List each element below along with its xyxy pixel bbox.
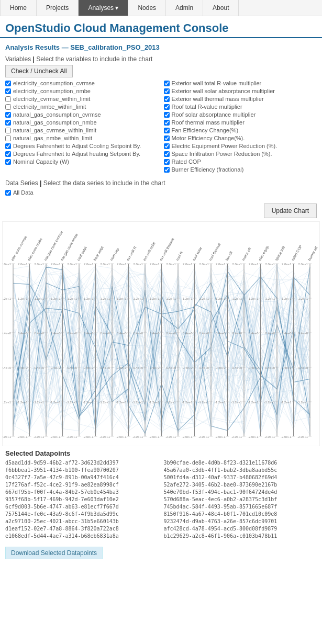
svg-text:1.2e+1: 1.2e+1 xyxy=(67,297,77,300)
svg-text:roof solar: roof solar xyxy=(192,246,203,261)
variables-section: Variables | Select the variables to incl… xyxy=(0,53,322,177)
svg-text:-1.2e+1: -1.2e+1 xyxy=(132,401,143,404)
svg-text:0.4e+0: 0.4e+0 xyxy=(133,332,143,335)
svg-text:1.2e+1: 1.2e+1 xyxy=(34,297,44,300)
svg-text:2.0e+1: 2.0e+1 xyxy=(265,263,275,266)
svg-text:0.4e+0: 0.4e+0 xyxy=(117,332,127,335)
svg-text:-0.4e+0: -0.4e+0 xyxy=(66,366,77,369)
svg-text:1.2e+1: 1.2e+1 xyxy=(232,297,242,300)
variable-item: natural_gas_cvrmse_within_limit xyxy=(5,127,159,134)
svg-text:-2.0e+1: -2.0e+1 xyxy=(3,435,12,438)
svg-text:1.2e+1: 1.2e+1 xyxy=(166,297,176,300)
update-chart-button[interactable]: Update Chart xyxy=(264,204,317,218)
svg-text:1.2e+1: 1.2e+1 xyxy=(183,297,193,300)
svg-text:0.4e+0: 0.4e+0 xyxy=(67,332,77,335)
svg-text:0.4e+0: 0.4e+0 xyxy=(84,332,94,335)
nav-home[interactable]: Home xyxy=(0,0,37,16)
datapoint-left: f6bbbea1-3951-4134-b100-ffea90700207 xyxy=(5,467,159,473)
variable-item: Burner Efficiency (fractional) xyxy=(164,166,317,173)
parallel-coords-chart: elec cons cvrmse2.0e+11.2e+10.4e+0-0.4e+… xyxy=(3,222,319,446)
variables-grid: electricity_consumption_cvrmseExterior w… xyxy=(5,80,317,173)
datapoint-left: d5aad1dd-9d59-46b2-af72-3d623d2dd397 xyxy=(5,459,159,466)
svg-text:elec cons nmbe: elec cons nmbe xyxy=(27,237,43,261)
variables-sublabel: Select the variables to include in the c… xyxy=(36,55,152,63)
svg-text:2.0e+1: 2.0e+1 xyxy=(232,263,242,266)
variable-item: electricity_nmbe_within_limit xyxy=(5,103,159,110)
datapoint-left: e1068edf-5d44-4ae7-a314-b68eb6831a8a xyxy=(5,533,159,539)
breadcrumb: Analysis Results — SEB_calibration_PSO_2… xyxy=(0,41,322,53)
svg-text:2.0e+1: 2.0e+1 xyxy=(216,263,226,266)
svg-text:nom cap: nom cap xyxy=(109,247,120,262)
nav-projects[interactable]: Projects xyxy=(37,0,79,16)
svg-text:-0.4e+0: -0.4e+0 xyxy=(231,366,242,369)
datapoint-right: afc428cd-4a78-4954-acd5-800d08fd9879 xyxy=(164,525,317,532)
svg-text:2.0e+1: 2.0e+1 xyxy=(166,263,176,266)
svg-text:0.4e+0: 0.4e+0 xyxy=(150,332,160,335)
chart-area: elec cons cvrmse2.0e+11.2e+10.4e+0-0.4e+… xyxy=(0,221,322,446)
svg-text:-1.2e+1: -1.2e+1 xyxy=(297,401,308,404)
variable-item: natural_gas_nmbe_within_limit xyxy=(5,134,159,142)
svg-text:-1.2e+1: -1.2e+1 xyxy=(99,401,110,404)
svg-text:-1.2e+1: -1.2e+1 xyxy=(248,401,259,404)
svg-text:-2.0e+1: -2.0e+1 xyxy=(281,435,292,438)
variable-item: Electric Equipment Power Reduction (%). xyxy=(164,142,317,150)
nav-nodes[interactable]: Nodes xyxy=(128,0,166,16)
svg-text:2.0e+1: 2.0e+1 xyxy=(67,263,77,266)
datapoints-grid: d5aad1dd-9d59-46b2-af72-3d623d2dd3973b90… xyxy=(5,459,317,539)
datapoint-right: 8150f916-4a67-48c4-b0f1-701cd10c09e8 xyxy=(164,511,317,517)
svg-text:-2.0e+1: -2.0e+1 xyxy=(198,435,209,438)
svg-text:-0.4e+0: -0.4e+0 xyxy=(33,366,44,369)
datapoint-right: 5001fd4a-d312-40af-9337-b480682f69d4 xyxy=(164,474,317,481)
svg-text:elec cons cvrmse: elec cons cvrmse xyxy=(10,235,28,261)
data-series-section: Data Series | Select the data series to … xyxy=(0,177,322,200)
svg-text:-1.2e+1: -1.2e+1 xyxy=(17,401,28,404)
check-uncheck-all-button[interactable]: Check / Uncheck All xyxy=(5,65,73,77)
svg-text:-2.0e+1: -2.0e+1 xyxy=(116,435,127,438)
svg-text:1.2e+1: 1.2e+1 xyxy=(265,297,275,300)
variable-item: Degrees Fahrenheit to Adjust heating Set… xyxy=(5,150,159,157)
svg-text:elec equip: elec equip xyxy=(258,245,270,262)
datapoint-right: 745bd4ac-584f-4493-95ab-8571665e687f xyxy=(164,503,317,510)
svg-text:-2.0e+1: -2.0e+1 xyxy=(149,435,160,438)
svg-text:roof R: roof R xyxy=(175,251,184,261)
svg-text:-1.2e+1: -1.2e+1 xyxy=(149,401,160,404)
nav-analyses[interactable]: Analyses ▾ xyxy=(79,0,128,16)
svg-text:2.0e+1: 2.0e+1 xyxy=(199,263,209,266)
svg-text:2.0e+1: 2.0e+1 xyxy=(133,263,143,266)
variable-item: natural_gas_consumption_cvrmse xyxy=(5,111,159,118)
svg-text:-0.4e+0: -0.4e+0 xyxy=(165,366,176,369)
svg-text:0.4e+0: 0.4e+0 xyxy=(199,332,209,335)
variable-item: Exterior wall solar absorptance multipli… xyxy=(164,87,317,95)
nav-about[interactable]: About xyxy=(203,0,239,16)
data-series-list: All Data xyxy=(5,189,317,196)
datapoint-right: 9232474d-d9ab-4763-a26e-857c6dc99701 xyxy=(164,518,317,525)
svg-text:cool setpt: cool setpt xyxy=(76,246,88,262)
svg-text:0.4e+0: 0.4e+0 xyxy=(3,332,12,335)
svg-text:1.2e+1: 1.2e+1 xyxy=(150,297,160,300)
svg-text:2.0e+1: 2.0e+1 xyxy=(298,263,308,266)
svg-text:0.4e+0: 0.4e+0 xyxy=(232,332,242,335)
svg-text:-0.4e+0: -0.4e+0 xyxy=(264,366,275,369)
svg-text:nat gas cons cvrmse: nat gas cons cvrmse xyxy=(43,230,64,262)
variable-item: Motor Efficiency Change(%). xyxy=(164,134,317,142)
svg-text:-0.4e+0: -0.4e+0 xyxy=(116,366,127,369)
svg-text:burner eff: burner eff xyxy=(307,246,318,261)
download-button[interactable]: Download Selected Datapoints xyxy=(5,547,103,559)
svg-text:-0.4e+0: -0.4e+0 xyxy=(297,366,308,369)
svg-text:1.2e+1: 1.2e+1 xyxy=(298,297,308,300)
svg-text:-0.4e+0: -0.4e+0 xyxy=(83,366,94,369)
update-chart-row: Update Chart xyxy=(0,200,322,221)
variable-item: Roof thermal mass multiplier xyxy=(164,119,317,126)
svg-text:space infil: space infil xyxy=(274,245,286,262)
svg-text:-1.2e+1: -1.2e+1 xyxy=(281,401,292,404)
svg-text:-2.0e+1: -2.0e+1 xyxy=(248,435,259,438)
svg-text:heat setpt: heat setpt xyxy=(93,245,104,262)
svg-text:1.2e+1: 1.2e+1 xyxy=(133,297,143,300)
variable-item: Space Infiltration Power Reduction (%). xyxy=(164,150,317,157)
svg-text:-2.0e+1: -2.0e+1 xyxy=(33,435,44,438)
svg-text:0.4e+0: 0.4e+0 xyxy=(183,332,193,335)
datapoint-left: a2c97100-25ec-4021-abcc-31b5e660143b xyxy=(5,518,159,525)
nav-admin[interactable]: Admin xyxy=(166,0,203,16)
svg-text:-1.2e+1: -1.2e+1 xyxy=(50,401,61,404)
variable-item: Fan Efficiency Change(%). xyxy=(164,127,317,134)
